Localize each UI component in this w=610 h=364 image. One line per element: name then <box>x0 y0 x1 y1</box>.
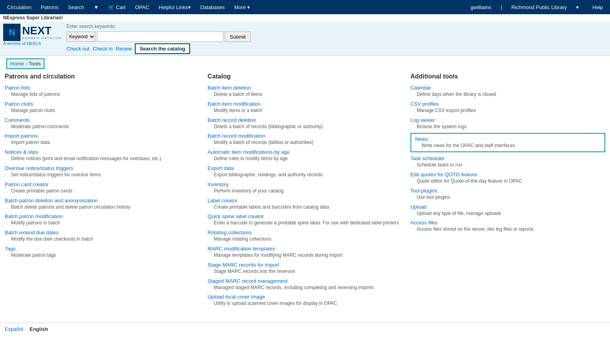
lang-spanish[interactable]: Español <box>5 326 23 332</box>
stage-marc-records-desc: Stage MARC records into the reservoir <box>214 268 402 275</box>
renew-link[interactable]: Renew <box>116 46 132 52</box>
batch-item-modification-link[interactable]: Batch item modification <box>207 101 402 107</box>
breadcrumb-container: Home › Tools <box>0 56 610 71</box>
calendar-desc: Define days when the library is closed <box>417 91 605 98</box>
overdue-notice-desc: Set notice/status triggers for overdue i… <box>11 172 200 178</box>
patron-clubs-desc: Manage patron clubs <box>11 107 200 114</box>
library-name[interactable]: Richmond Public Library <box>507 1 571 13</box>
user-name[interactable]: gwilliams <box>466 1 495 13</box>
batch-patron-modification-link[interactable]: Batch patron modification <box>5 213 200 219</box>
batch-record-modification-link[interactable]: Batch record modification <box>207 133 402 139</box>
auto-item-modifications-link[interactable]: Automatic item modifications by age <box>207 149 402 155</box>
log-viewer-link[interactable]: Log viewer <box>410 117 605 123</box>
search-row: Keyword Submit <box>67 32 251 42</box>
batch-record-deletion-desc: Delete a batch of records (bibliographic… <box>214 123 402 130</box>
logo-icon: N <box>3 24 21 41</box>
patrons-column-title: Patrons and circulation <box>5 73 200 80</box>
batch-patron-deletion-desc: Batch delete patrons and delete patron c… <box>11 204 200 211</box>
upload-link[interactable]: Upload <box>410 204 605 210</box>
nav-patrons[interactable]: Patrons <box>37 1 62 13</box>
import-patrons-link[interactable]: Import patrons <box>5 133 200 139</box>
search-hint: Enter search keywords: <box>67 24 251 29</box>
quick-spine-label-link[interactable]: Quick spine label creator <box>207 213 402 219</box>
csv-profiles-desc: Manage CSV export profiles <box>417 107 605 114</box>
batch-patron-deletion-link[interactable]: Batch patron deletion and anonymization <box>5 198 200 203</box>
marc-modification-templates-desc: Manage templates for modifying MARC reco… <box>214 252 402 259</box>
news-highlight-box: News Write news for the OPAC and staff i… <box>410 133 605 152</box>
search-bar-area: N NEXT SEARCH CATALOG A service of NEKLS… <box>0 21 610 56</box>
search-type-select[interactable]: Keyword <box>67 32 95 42</box>
patron-clubs-link[interactable]: Patron clubs <box>5 101 200 107</box>
nav-opac[interactable]: OPAC <box>131 1 153 13</box>
export-data-link[interactable]: Export data <box>207 165 402 171</box>
patron-card-creator-link[interactable]: Patron card creator <box>5 181 200 187</box>
tool-plugins-desc: Use tool plugins <box>417 194 605 201</box>
tool-plugins-link[interactable]: Tool plugins <box>410 188 605 194</box>
staged-marc-management-desc: Managed staged MARC records, including c… <box>214 284 402 291</box>
nav-help[interactable]: Help <box>588 1 607 13</box>
patron-lists-desc: Manage lists of patrons <box>11 91 200 98</box>
staged-marc-management-link[interactable]: Staged MARC record management <box>207 278 402 284</box>
main-content: Patrons and circulation Patron lists Man… <box>0 71 610 315</box>
batch-item-deletion-desc: Delete a batch of items <box>214 91 402 98</box>
library-dropdown-arrow[interactable]: ▾ <box>572 1 583 13</box>
patron-card-creator-desc: Create printable patron cards <box>11 188 200 194</box>
log-viewer-desc: Browse the system logs <box>417 123 605 130</box>
nav-search[interactable]: Search <box>64 1 88 13</box>
search-links: Check out Check in Renew Search the cata… <box>67 43 251 54</box>
logo-area: N NEXT SEARCH CATALOG A service of NEKLS <box>3 24 62 46</box>
patron-lists-link[interactable]: Patron lists <box>5 85 200 91</box>
checkin-link[interactable]: Check in <box>93 46 113 52</box>
notices-slips-desc: Define notices (print and email notifica… <box>11 155 200 162</box>
nav-cart[interactable]: 🛒 Cart <box>104 1 129 13</box>
inventory-desc: Perform inventory of your catalog <box>214 188 402 194</box>
nexpress-label: NExpress Super Librarian! <box>0 14 610 21</box>
tags-desc: Moderate patron tags <box>11 252 200 259</box>
additional-column: Additional tools Calendar Define days wh… <box>410 71 605 307</box>
batch-extend-due-dates-link[interactable]: Batch extend due dates <box>5 230 200 235</box>
search-submit-button[interactable]: Submit <box>225 32 251 42</box>
footer: Español English <box>0 323 610 335</box>
rotating-collections-link[interactable]: Rotating collections <box>207 230 402 235</box>
notices-slips-link[interactable]: Notices & slips <box>5 149 200 155</box>
batch-record-deletion-link[interactable]: Batch record deletion <box>207 117 402 123</box>
upload-cover-image-link[interactable]: Upload local cover image <box>207 294 402 300</box>
breadcrumb: Home › Tools <box>6 58 45 69</box>
search-catalog-button[interactable]: Search the catalog <box>135 43 190 54</box>
batch-item-deletion-link[interactable]: Batch item deletion <box>207 85 402 91</box>
stage-marc-records-link[interactable]: Stage MARC records for import <box>207 262 402 268</box>
task-scheduler-link[interactable]: Task scheduler <box>410 155 605 161</box>
search-input[interactable] <box>97 32 223 42</box>
news-link[interactable]: News <box>415 136 601 142</box>
label-creator-link[interactable]: Label creator <box>207 198 402 203</box>
edit-quotes-link[interactable]: Edit quotes for QOTD feature <box>410 172 605 177</box>
additional-column-title: Additional tools <box>410 73 605 80</box>
nekls-link[interactable]: A service of NEKLS <box>3 41 41 46</box>
patrons-column: Patrons and circulation Patron lists Man… <box>5 71 200 307</box>
logo-text: NEXT SEARCH CATALOG <box>22 25 62 40</box>
checkout-link[interactable]: Check out <box>67 46 90 52</box>
access-files-desc: Access files stored on the server, like … <box>417 226 605 233</box>
access-files-link[interactable]: Access files <box>410 220 605 226</box>
top-navigation: Circulation Patrons Search ▼ 🛒 Cart OPAC… <box>0 0 610 14</box>
auto-item-modifications-desc: Define rules to modify items by age <box>214 155 402 162</box>
catalog-column-title: Catalog <box>207 73 402 80</box>
task-scheduler-desc: Schedule tasks to run <box>417 162 605 168</box>
calendar-link[interactable]: Calendar <box>410 85 605 91</box>
csv-profiles-link[interactable]: CSV profiles <box>410 101 605 107</box>
nav-helpful-links[interactable]: Helpful Links▾ <box>155 1 194 13</box>
marc-modification-templates-link[interactable]: MARC modification templates <box>207 246 402 252</box>
nav-dropdown[interactable]: ▼ <box>90 1 103 13</box>
breadcrumb-current: Tools <box>29 61 41 67</box>
nav-circulation[interactable]: Circulation <box>3 1 35 13</box>
comments-link[interactable]: Comments <box>5 117 200 123</box>
overdue-notice-link[interactable]: Overdue notice/status triggers <box>5 165 200 171</box>
nav-databases[interactable]: Databases <box>196 1 229 13</box>
nav-more[interactable]: More ▾ <box>230 1 254 13</box>
logo-next-text: NEXT <box>22 25 62 36</box>
inventory-link[interactable]: Inventory <box>207 181 402 187</box>
breadcrumb-home[interactable]: Home <box>10 61 24 67</box>
tags-link[interactable]: Tags <box>5 246 200 252</box>
lang-english[interactable]: English <box>30 326 48 332</box>
export-data-desc: Export bibliographic, holdings, and auth… <box>214 172 402 178</box>
